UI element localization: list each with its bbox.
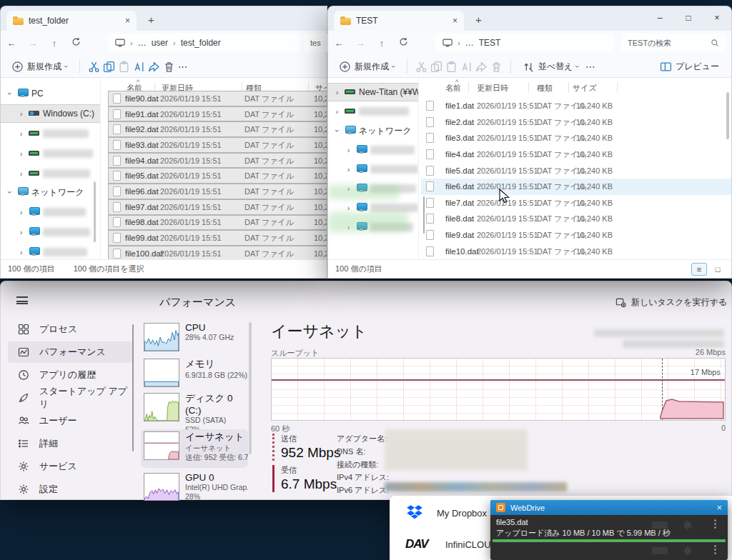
large-icons-view-button[interactable]: □: [710, 263, 726, 276]
search-box[interactable]: tes: [304, 34, 328, 52]
delete-icon[interactable]: [163, 61, 175, 73]
file-row[interactable]: file3.dat2026/01/19 15:51DAT ファイル10,240 …: [421, 130, 731, 146]
chevron-collapsed-icon[interactable]: ›: [16, 248, 26, 256]
file-row[interactable]: file93.dat2026/01/19 15:51DAT ファイル10,240…: [108, 137, 327, 153]
details-view-button[interactable]: ≡: [691, 263, 707, 276]
new-button[interactable]: 新規作成 ›: [335, 61, 399, 73]
copy-icon[interactable]: [103, 61, 115, 73]
column-header-2[interactable]: 種類: [537, 83, 553, 94]
share-icon[interactable]: [148, 61, 160, 73]
file-row[interactable]: file6.dat2026/01/19 15:51DAT ファイル10,240 …: [421, 179, 731, 195]
chevron-collapsed-icon[interactable]: ›: [332, 107, 342, 116]
paste-icon[interactable]: [445, 61, 458, 73]
tree-item-redacted[interactable]: ›: [328, 161, 418, 178]
tab-close-icon[interactable]: ×: [125, 16, 130, 26]
file-row[interactable]: file5.dat2026/01/19 15:51DAT ファイル10,240 …: [421, 162, 731, 179]
file-row[interactable]: file1.dat2026/01/19 15:51DAT ファイル10,240 …: [421, 98, 731, 114]
dropbox-menu-item[interactable]: My Dropbox: [405, 504, 487, 521]
cut-icon[interactable]: [415, 61, 427, 73]
minimize-button[interactable]: –: [646, 6, 674, 29]
tree-item-redacted[interactable]: ›: [328, 103, 418, 120]
new-button[interactable]: 新規作成 ›: [8, 61, 71, 73]
column-separator[interactable]: [528, 82, 529, 93]
breadcrumb-ellipsis[interactable]: …: [138, 38, 147, 48]
taskmgr-nav-settings[interactable]: 設定: [8, 479, 133, 500]
hamburger-menu-icon[interactable]: [16, 296, 28, 304]
tree-item-redacted[interactable]: ›: [1, 165, 100, 182]
breadcrumb-test[interactable]: TEST: [479, 38, 501, 48]
tree-item-new-titan-web[interactable]: ›New-Titan (¥¥Web: [328, 84, 418, 101]
chevron-collapsed-icon[interactable]: ›: [16, 149, 26, 158]
tree-item-redacted[interactable]: ›: [328, 141, 418, 159]
paste-icon[interactable]: [118, 61, 130, 73]
sidebar-scrollbar[interactable]: [94, 181, 96, 242]
perf-card-eth[interactable]: イーサネットイーサネット送信: 952 受信: 6.7 M: [141, 429, 248, 468]
chevron-expanded-icon[interactable]: ›: [6, 188, 14, 197]
toolbar-more-button[interactable]: ⋯: [178, 61, 189, 72]
chevron-collapsed-icon[interactable]: ›: [16, 109, 26, 118]
kebab-menu-icon[interactable]: [714, 519, 716, 521]
file-row[interactable]: file92.dat2026/01/19 15:51DAT ファイル10,240…: [108, 121, 327, 137]
gear-icon[interactable]: [682, 519, 693, 531]
taskmgr-nav-details[interactable]: 詳細: [8, 433, 133, 454]
taskmgr-sidebar-scrollbar[interactable]: [132, 324, 134, 451]
file-row[interactable]: file96.dat2026/01/19 15:51DAT ファイル10,240…: [108, 184, 327, 199]
file-row[interactable]: file90.dat2026/01/19 15:51DAT ファイル10,240…: [108, 91, 327, 106]
delete-icon[interactable]: [490, 61, 503, 73]
back-button[interactable]: ←: [328, 38, 350, 49]
chevron-collapsed-icon[interactable]: ›: [16, 129, 26, 138]
column-header-0[interactable]: 名前: [445, 83, 461, 94]
file-row[interactable]: file10.dat2026/01/19 15:51DAT ファイル10,240…: [421, 243, 731, 259]
taskmgr-more-button[interactable]: …: [715, 294, 726, 305]
new-tab-button[interactable]: +: [148, 14, 154, 26]
column-header-1[interactable]: 更新日時: [477, 83, 508, 94]
taskmgr-nav-perf[interactable]: パフォーマンス: [8, 341, 133, 363]
forward-button[interactable]: →: [350, 38, 371, 49]
address-bar[interactable]: › … TEST: [435, 34, 614, 52]
tree-item-windows-c-[interactable]: ›Windows (C:): [1, 105, 100, 122]
back-button[interactable]: ←: [1, 38, 22, 49]
rename-icon[interactable]: [133, 61, 145, 73]
card-list-scrollbar[interactable]: [249, 322, 252, 454]
gear-icon[interactable]: [682, 545, 693, 556]
perf-card-cpu[interactable]: CPU28% 4.07 GHz: [141, 321, 248, 354]
tab-close-icon[interactable]: ×: [452, 16, 458, 26]
search-box[interactable]: TESTの検索: [621, 34, 726, 52]
perf-card-gpu[interactable]: GPU 0Intel(R) UHD Grap...28%: [141, 471, 248, 501]
new-tab-button[interactable]: +: [475, 14, 482, 26]
file-row[interactable]: file9.dat2026/01/19 15:51DAT ファイル10,240 …: [421, 227, 731, 244]
taskmgr-nav-hist[interactable]: アプリの履歴: [8, 364, 133, 386]
list-scrollbar[interactable]: [726, 92, 729, 139]
chevron-collapsed-icon[interactable]: ›: [16, 228, 26, 236]
share-icon[interactable]: [475, 61, 488, 73]
tree-item-redacted[interactable]: ›: [1, 244, 100, 259]
chevron-collapsed-icon[interactable]: ›: [344, 204, 353, 212]
column-header-3[interactable]: サイズ: [573, 83, 597, 94]
tab-test[interactable]: TEST ×: [334, 11, 464, 31]
cut-icon[interactable]: [88, 61, 100, 73]
kebab-menu-icon[interactable]: [714, 545, 716, 547]
chevron-collapsed-icon[interactable]: ›: [344, 165, 353, 174]
taskmgr-nav-proc[interactable]: プロセス: [8, 319, 133, 340]
tab-test-folder[interactable]: test_folder ×: [6, 11, 137, 31]
breadcrumb-ellipsis[interactable]: …: [465, 38, 474, 48]
column-separator[interactable]: [617, 82, 618, 93]
tree-item-redacted[interactable]: ›: [1, 125, 100, 142]
tree-item-redacted[interactable]: ›: [1, 204, 100, 221]
chevron-expanded-icon[interactable]: ›: [6, 89, 14, 99]
copy-icon[interactable]: [430, 61, 442, 73]
tree-item--[interactable]: ›ネットワーク: [328, 122, 418, 139]
chevron-collapsed-icon[interactable]: ›: [16, 208, 26, 216]
run-new-task-button[interactable]: 新しいタスクを実行する: [615, 296, 727, 309]
column-separator[interactable]: [468, 82, 469, 93]
taskmgr-nav-startup[interactable]: スタートアップ アプリ: [8, 387, 133, 409]
address-bar[interactable]: › … user › test_folder: [108, 34, 300, 52]
file-row[interactable]: file4.dat2026/01/19 15:51DAT ファイル10,240 …: [421, 146, 731, 163]
webdrive-close-icon[interactable]: ×: [716, 502, 722, 513]
file-row[interactable]: file2.dat2026/01/19 15:51DAT ファイル10,240 …: [421, 114, 731, 131]
forward-button[interactable]: →: [22, 38, 44, 49]
breadcrumb-user[interactable]: user: [152, 38, 168, 48]
webdrive-titlebar[interactable]: WebDrive ×: [490, 500, 728, 515]
perf-card-disk[interactable]: ディスク 0 (C:)SSD (SATA)62%: [141, 391, 248, 428]
file-row[interactable]: file7.dat2026/01/19 15:51DAT ファイル10,240 …: [421, 195, 731, 211]
